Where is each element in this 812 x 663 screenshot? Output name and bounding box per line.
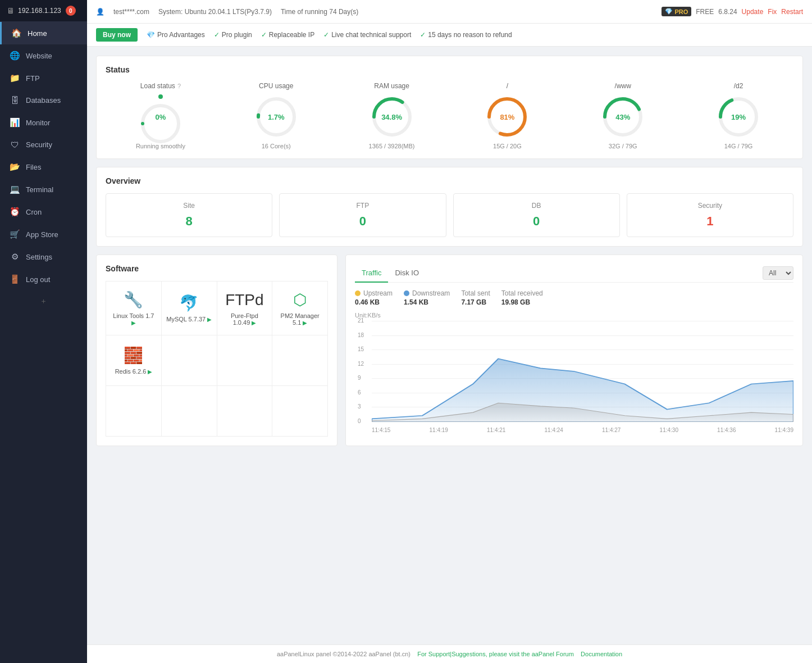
software-empty-8 bbox=[106, 386, 162, 437]
software-item-linux-tools-1.7[interactable]: 🔧 Linux Tools 1.7 ▶ bbox=[106, 281, 162, 335]
status-label-0: Load status ? bbox=[106, 82, 216, 90]
topbar: 👤 test****.com System: Ubuntu 20.04.1 LT… bbox=[87, 0, 812, 24]
total-received-stat: Total received 19.98 GB bbox=[501, 289, 543, 306]
arrow-icon-2: ▶ bbox=[250, 320, 256, 326]
status-sub-5: 14G / 79G bbox=[683, 143, 793, 149]
sidebar-label-website: Website bbox=[26, 52, 52, 60]
software-item-mysql-5.7.37[interactable]: 🐬 MySQL 5.7.37 ▶ bbox=[162, 281, 217, 335]
sidebar-item-monitor[interactable]: 📊Monitor bbox=[0, 111, 87, 134]
sidebar-label-databases: Databases bbox=[26, 96, 61, 105]
update-link[interactable]: Update bbox=[742, 8, 764, 16]
sw-icon-2: FTPd bbox=[225, 291, 263, 309]
topbar-right: 💎 PRO FREE 6.8.24 Update Fix Restart bbox=[662, 7, 803, 16]
appstore-icon: 🛒 bbox=[9, 229, 20, 239]
sidebar: 🖥 192.168.1.123 0 🏠Home🌐Website📁FTP🗄Data… bbox=[0, 0, 87, 663]
sidebar-item-databases[interactable]: 🗄Databases bbox=[0, 89, 87, 111]
circle-4: 43% bbox=[600, 94, 645, 139]
circle-value-5: 19% bbox=[731, 113, 746, 121]
overview-label-3: Security bbox=[635, 202, 785, 210]
pro-label: PRO bbox=[674, 8, 688, 15]
pro-feature-5: ✓ 15 days no reason to refund bbox=[420, 31, 512, 39]
software-empty-11 bbox=[272, 386, 328, 437]
check-icon: ✓ bbox=[323, 31, 329, 39]
software-item-pure-ftpd-1.0.49[interactable]: FTPd Pure-Ftpd 1.0.49 ▶ bbox=[217, 281, 273, 335]
overview-value-0: 8 bbox=[114, 214, 264, 229]
sidebar-item-files[interactable]: 📂Files bbox=[0, 156, 87, 178]
sidebar-label-settings: Settings bbox=[26, 253, 52, 261]
sidebar-item-security[interactable]: 🛡Security bbox=[0, 134, 87, 156]
dot-0 bbox=[158, 94, 163, 99]
total-sent-value: 7.17 GB bbox=[461, 298, 490, 306]
server-icon: 🖥 bbox=[7, 6, 15, 15]
add-button[interactable]: ＋ bbox=[0, 290, 87, 312]
status-sub-4: 32G / 79G bbox=[568, 143, 678, 149]
overview-item-ftp[interactable]: FTP 0 bbox=[279, 193, 446, 237]
overview-item-site[interactable]: Site 8 bbox=[106, 193, 272, 237]
software-name-4: Redis 6.2.6 ▶ bbox=[115, 368, 152, 375]
overview-value-2: 0 bbox=[462, 214, 612, 229]
sidebar-item-settings[interactable]: ⚙Settings bbox=[0, 246, 87, 268]
sidebar-item-website[interactable]: 🌐Website bbox=[0, 44, 87, 67]
sidebar-label-terminal: Terminal bbox=[26, 185, 53, 194]
arrow-icon-3: ▶ bbox=[301, 320, 307, 326]
overview-label-2: DB bbox=[462, 202, 612, 210]
bottom-row: Software 🔧 Linux Tools 1.7 ▶ 🐬 MySQL 5.7… bbox=[96, 255, 803, 446]
status-sub-1: 16 Core(s) bbox=[221, 143, 331, 149]
info-icon-${i}[interactable]: ? bbox=[177, 83, 181, 89]
settings-icon: ⚙ bbox=[9, 252, 20, 262]
traffic-card: Traffic Disk IO All 1h 6h 24h bbox=[345, 255, 803, 446]
status-title: Status bbox=[106, 65, 793, 74]
status-label-2: RAM usage bbox=[337, 82, 447, 90]
sidebar-item-appstore[interactable]: 🛒App Store bbox=[0, 223, 87, 246]
ftp-icon: 📁 bbox=[9, 73, 20, 83]
content-area: Status Load status ? 0% Running smoothly… bbox=[87, 47, 812, 644]
software-empty-6 bbox=[217, 335, 273, 386]
sidebar-item-cron[interactable]: ⏰Cron bbox=[0, 201, 87, 223]
svg-point-0 bbox=[143, 106, 179, 142]
notification-badge: 0 bbox=[66, 6, 76, 16]
arrow-icon-1: ▶ bbox=[206, 316, 212, 323]
circle-1: 1.7% bbox=[254, 94, 299, 139]
status-item-4: /www 43% 32G / 79G bbox=[568, 82, 678, 149]
tab-traffic[interactable]: Traffic bbox=[355, 264, 388, 283]
redis-icon: 🧱 bbox=[124, 346, 143, 365]
fix-link[interactable]: Fix bbox=[768, 8, 777, 16]
circle-5: 19% bbox=[716, 94, 761, 139]
software-item-redis-6.2.6[interactable]: 🧱 Redis 6.2.6 ▶ bbox=[106, 335, 162, 386]
databases-icon: 🗄 bbox=[9, 96, 20, 105]
pro-bar: Buy now 💎 Pro Advantages ✓ Pro plugin ✓ … bbox=[87, 24, 812, 47]
free-badge: FREE bbox=[696, 8, 714, 16]
sidebar-item-home[interactable]: 🏠Home bbox=[0, 22, 87, 44]
sidebar-label-cron: Cron bbox=[26, 208, 42, 216]
software-name-1: MySQL 5.7.37 ▶ bbox=[166, 316, 212, 323]
status-label-1: CPU usage bbox=[221, 82, 331, 90]
footer-support-link[interactable]: For Support|Suggestions, please visit th… bbox=[417, 651, 574, 657]
version-number: 6.8.24 bbox=[718, 8, 737, 16]
software-item-pm2-manager-5.1[interactable]: ⬡ PM2 Manager 5.1 ▶ bbox=[272, 281, 328, 335]
terminal-icon: 💻 bbox=[9, 184, 20, 194]
status-sub-3: 15G / 20G bbox=[452, 143, 562, 149]
software-name-0: Linux Tools 1.7 ▶ bbox=[111, 312, 157, 326]
overview-item-security[interactable]: Security 1 bbox=[627, 193, 793, 237]
footer-docs-link[interactable]: Documentation bbox=[581, 651, 622, 657]
sidebar-label-files: Files bbox=[26, 163, 41, 171]
circle-value-4: 43% bbox=[615, 113, 630, 121]
tab-disk-io[interactable]: Disk IO bbox=[388, 264, 426, 283]
restart-link[interactable]: Restart bbox=[781, 8, 803, 16]
runtime-value: 74 Day(s) bbox=[329, 8, 358, 16]
software-title: Software bbox=[106, 264, 328, 273]
user-icon: 👤 bbox=[96, 8, 104, 16]
filter-select[interactable]: All 1h 6h 24h bbox=[763, 266, 793, 280]
sidebar-item-logout[interactable]: 🚪Log out bbox=[0, 268, 87, 290]
sidebar-item-terminal[interactable]: 💻Terminal bbox=[0, 178, 87, 201]
software-name-3: PM2 Manager 5.1 ▶ bbox=[277, 312, 323, 326]
total-received-value: 19.98 GB bbox=[501, 298, 543, 306]
sidebar-item-ftp[interactable]: 📁FTP bbox=[0, 67, 87, 89]
traffic-tabs: Traffic Disk IO All 1h 6h 24h bbox=[355, 264, 793, 283]
pro-feature-4: ✓ Live chat technical support bbox=[323, 31, 411, 39]
buy-now-button[interactable]: Buy now bbox=[96, 28, 138, 42]
overview-grid: Site 8 FTP 0 DB 0 Security 1 bbox=[106, 193, 793, 237]
overview-item-db[interactable]: DB 0 bbox=[453, 193, 620, 237]
system-label: System: bbox=[158, 8, 183, 16]
runtime-info: Time of running 74 Day(s) bbox=[281, 8, 358, 16]
